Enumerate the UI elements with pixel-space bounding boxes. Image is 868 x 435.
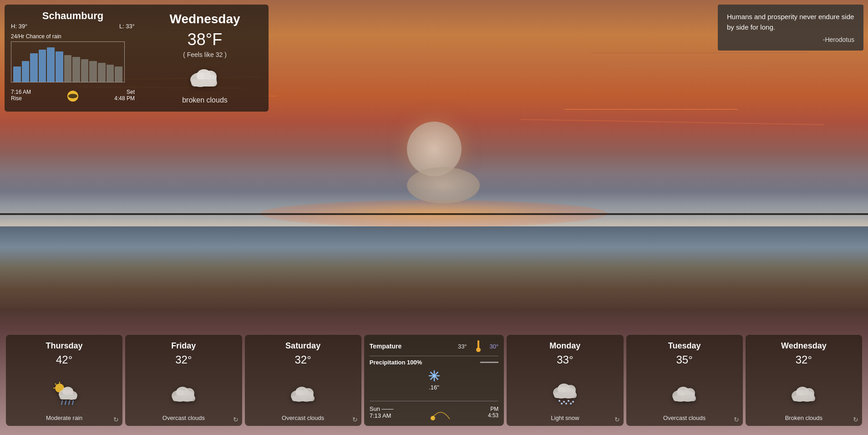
current-condition-text: broken clouds <box>182 96 228 104</box>
current-temp: 38°F <box>188 30 222 49</box>
refresh-icon-wednesday[interactable]: ↻ <box>853 416 858 423</box>
top-row: Schaumburg H: 39° L: 33° 24/Hr Chance of… <box>5 5 863 112</box>
forecast-condition-friday: Overcast clouds <box>162 415 205 421</box>
sunday-temp-hi: 33° <box>458 343 467 350</box>
svg-point-1 <box>68 94 77 98</box>
quote-text: Humans and prosperity never endure side … <box>727 12 854 32</box>
svg-rect-56 <box>673 395 696 401</box>
bar-1 <box>13 67 21 82</box>
forecast-day-monday: Monday <box>549 341 580 351</box>
refresh-icon-tuesday[interactable]: ↻ <box>734 416 739 423</box>
svg-rect-61 <box>792 395 815 401</box>
quote-widget: Humans and prosperity never endure side … <box>718 5 863 51</box>
svg-point-47 <box>568 400 569 402</box>
forecast-card-tuesday: Tuesday 35° Overcast clouds ↻ <box>626 335 743 426</box>
forecast-day-saturday: Saturday <box>285 341 320 351</box>
svg-point-45 <box>558 400 560 402</box>
forecast-day-friday: Friday <box>171 341 196 351</box>
bar-5 <box>47 47 55 82</box>
forecast-icon-monday <box>550 370 580 415</box>
bar-11 <box>98 63 106 82</box>
svg-rect-6 <box>191 79 217 87</box>
sun-icon <box>64 86 82 104</box>
bar-4 <box>39 50 46 82</box>
sunday-day-name: Sun —— <box>370 405 394 412</box>
sunday-precip-amount: .16" <box>429 384 439 391</box>
svg-line-19 <box>65 401 66 404</box>
refresh-icon-thursday[interactable]: ↻ <box>113 416 119 423</box>
sunrise-info: 7:16 AM Rise <box>11 89 31 102</box>
snowflake-icon <box>428 369 441 382</box>
bar-10 <box>89 61 97 82</box>
sunday-precip-center: .16" <box>370 369 499 391</box>
feels-like: ( Feels like 32 ) <box>183 51 227 58</box>
forecast-day-wednesday: Wednesday <box>781 341 827 351</box>
refresh-icon-friday[interactable]: ↻ <box>233 416 239 423</box>
forecast-card-wednesday: Wednesday 32° Broken clouds ↻ <box>746 335 862 426</box>
current-day: Wednesday <box>169 12 240 26</box>
sunday-sun-arc-icon <box>429 403 452 421</box>
bar-13 <box>115 67 122 82</box>
svg-point-48 <box>572 401 574 403</box>
forecast-temp-thursday: 42° <box>56 353 72 366</box>
forecast-icon-tuesday <box>670 370 699 415</box>
forecast-temp-saturday: 32° <box>294 353 311 366</box>
widget-left-panel: Schaumburg H: 39° L: 33° 24/Hr Chance of… <box>5 5 141 112</box>
bar-12 <box>107 65 114 82</box>
forecast-row: Thursday 42° <box>5 335 863 426</box>
city-temps: H: 39° L: 33° <box>11 23 135 30</box>
sunday-sun-label: Sun —— 7:13 AM <box>370 405 394 419</box>
forecast-day-tuesday: Tuesday <box>668 341 701 351</box>
content-layer: Schaumburg H: 39° L: 33° 24/Hr Chance of… <box>0 0 868 435</box>
sunday-sunset-time: 4:53 <box>488 412 498 419</box>
widget-right-panel: Wednesday 38°F ( Feels like 32 ) broken … <box>141 5 269 112</box>
svg-point-33 <box>476 348 481 352</box>
forecast-card-sunday: Tempature 33° 30° Precipitation 100% <box>364 335 504 426</box>
forecast-condition-wednesday: Broken clouds <box>785 415 822 421</box>
forecast-condition-monday: Light snow <box>551 415 579 421</box>
sunday-sunset: PM 4:53 <box>488 406 498 419</box>
forecast-day-thursday: Thursday <box>46 341 83 351</box>
sunrise-time: 7:16 AM <box>11 89 31 95</box>
forecast-icon-wednesday <box>789 370 818 415</box>
bar-3 <box>30 53 38 82</box>
svg-line-18 <box>61 401 62 404</box>
sunrise-label: Rise <box>11 95 31 102</box>
forecast-temp-monday: 33° <box>557 353 573 366</box>
forecast-card-friday: Friday 32° Overcast clouds ↻ <box>125 335 242 426</box>
svg-line-20 <box>69 401 70 404</box>
rain-chart <box>11 41 125 82</box>
forecast-condition-saturday: Overcast clouds <box>282 415 324 421</box>
forecast-icon-friday <box>169 370 198 415</box>
sun-times-row: 7:16 AM Rise Set 4:48 PM <box>11 86 135 104</box>
refresh-icon-saturday[interactable]: ↻ <box>352 416 358 423</box>
sunday-temp-lo: 30° <box>490 343 499 350</box>
bar-2 <box>22 61 30 82</box>
sunday-sun-row: Sun —— 7:13 AM PM 4:53 <box>370 401 499 421</box>
sunday-precip-bar <box>480 362 498 363</box>
city-name: Schaumburg <box>11 10 135 22</box>
forecast-card-thursday: Thursday 42° <box>6 335 122 426</box>
refresh-icon-monday[interactable]: ↻ <box>614 416 620 423</box>
sunset-time: 4:48 PM <box>114 95 135 102</box>
forecast-card-saturday: Saturday 32° Overcast clouds ↻ <box>245 335 361 426</box>
svg-line-21 <box>72 401 73 404</box>
forecast-icon-thursday <box>50 370 79 415</box>
svg-point-46 <box>563 401 565 403</box>
quote-author: -Herodotus <box>727 36 854 43</box>
forecast-condition-thursday: Moderate rain <box>46 415 82 421</box>
sunday-precip-label: Precipitation 100% <box>370 359 422 366</box>
sunday-day-label: Tempature <box>370 343 402 350</box>
forecast-temp-tuesday: 35° <box>676 353 692 366</box>
low-temp: L: 33° <box>119 23 135 30</box>
forecast-icon-saturday <box>288 370 318 415</box>
svg-point-38 <box>433 374 436 377</box>
forecast-card-monday: Monday 33° <box>507 335 623 426</box>
rain-chart-bars <box>11 42 124 82</box>
svg-rect-26 <box>173 395 195 401</box>
thermometer-icon <box>474 339 482 353</box>
rain-chart-label: 24/Hr Chance of rain <box>11 33 135 40</box>
svg-point-51 <box>570 403 572 404</box>
svg-rect-17 <box>60 394 77 399</box>
svg-rect-32 <box>477 340 479 348</box>
